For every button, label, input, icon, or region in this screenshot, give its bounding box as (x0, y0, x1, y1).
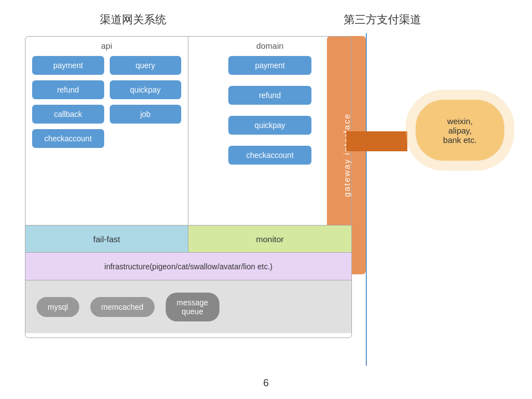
arrow-container (344, 127, 410, 155)
fail-monitor-row: fail-fast monitor (25, 225, 351, 253)
api-domain-section: api payment query refund quickpay callba… (25, 37, 351, 225)
third-party-cloud: weixin, alipay, bank etc. (416, 100, 504, 161)
page-number: 6 (263, 377, 269, 389)
message-queue-box: messagequeue (166, 293, 219, 321)
api-refund: refund (32, 80, 104, 99)
domain-payment: payment (228, 56, 311, 75)
api-payment: payment (32, 56, 104, 75)
api-callback: callback (32, 105, 104, 124)
right-heading: 第三方支付渠道 (344, 12, 421, 27)
domain-checkaccount: checkaccount (228, 146, 311, 165)
main-system-box: api payment query refund quickpay callba… (25, 36, 352, 338)
domain-label: domain (195, 41, 345, 50)
infrastructure-label: infrastructure(pigeon/cat/swallow/avatar… (104, 262, 272, 271)
api-job: job (110, 105, 182, 124)
vertical-divider (366, 33, 367, 366)
api-column: api payment query refund quickpay callba… (25, 37, 188, 225)
fail-fast-box: fail-fast (25, 226, 188, 252)
db-row: mysql memcached messagequeue (25, 280, 351, 333)
api-quickpay: quickpay (110, 80, 182, 99)
api-checkaccount: checkaccount (32, 129, 104, 148)
left-heading: 渠道网关系统 (100, 12, 166, 27)
page-container: 渠道网关系统 第三方支付渠道 gateway interface api pay… (0, 0, 532, 399)
domain-column: domain payment refund quickpay checkacco… (188, 37, 351, 225)
cloud-label: weixin, alipay, bank etc. (443, 116, 477, 145)
domain-refund: refund (228, 86, 311, 105)
domain-items: payment refund quickpay checkaccount (195, 56, 345, 170)
domain-quickpay: quickpay (228, 116, 311, 135)
memcached-box: memcached (90, 297, 155, 317)
double-arrow-icon (346, 131, 407, 151)
infrastructure-row: infrastructure(pigeon/cat/swallow/avatar… (25, 253, 351, 280)
api-label: api (32, 41, 181, 50)
monitor-box: monitor (188, 226, 351, 252)
api-query: query (110, 56, 182, 75)
mysql-box: mysql (37, 297, 79, 317)
api-grid: payment query refund quickpay callback j… (32, 56, 181, 148)
